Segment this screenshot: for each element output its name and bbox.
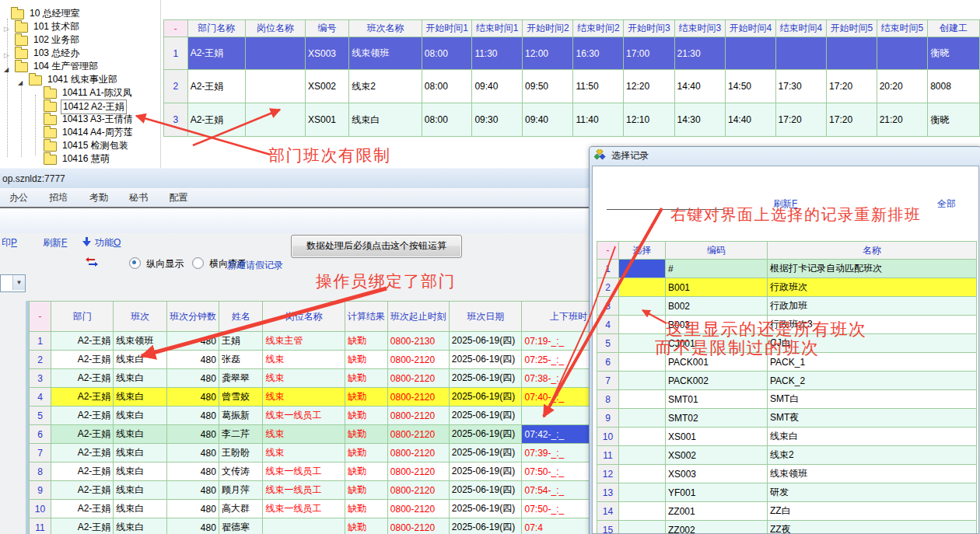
cell[interactable]: 07:42-_:_ [522, 425, 590, 444]
cell[interactable]: A2-王娟 [51, 388, 114, 407]
roster-row[interactable]: 1A2-王娟线束领班480王娟线束主管缺勤0800-21302025-06-19… [30, 332, 590, 351]
cell[interactable]: 480 [166, 425, 219, 444]
roster-row[interactable]: 8A2-王娟线束白480文传涛线束一线员工缺勤0800-21202025-06-… [30, 462, 590, 481]
name-cell[interactable]: SMT白 [768, 390, 977, 409]
cell[interactable]: 0800-2120 [387, 500, 449, 518]
name-cell[interactable]: 行政加班 [768, 297, 977, 316]
cell[interactable]: 07:39-_:_ [522, 444, 590, 462]
cell[interactable]: 线束白 [114, 425, 167, 444]
cell[interactable]: 2025-06-19(四) [449, 388, 522, 407]
cell[interactable]: 线束 [263, 388, 345, 407]
cell[interactable]: A2-王娟 [51, 351, 114, 369]
cell[interactable]: 0800-2120 [387, 388, 449, 407]
swap-orientation-icon[interactable] [86, 257, 98, 267]
shift-option-row[interactable]: 8 SMT01SMT白 [597, 390, 977, 409]
cell[interactable]: 480 [166, 481, 219, 500]
cell[interactable]: 21:20 [877, 103, 927, 137]
code-cell[interactable]: B002 [666, 297, 768, 316]
cell[interactable]: 07:25-_:_ [522, 351, 590, 369]
cell[interactable]: 缺勤 [345, 481, 387, 500]
popup-all-link[interactable]: 全部 [937, 197, 956, 211]
code-cell[interactable]: B001 [666, 278, 768, 297]
menu-config[interactable]: 配置 [159, 188, 197, 207]
cell[interactable]: 衡晓 [928, 37, 980, 70]
cell[interactable]: 线束白 [114, 518, 167, 534]
cell[interactable]: 线束 [263, 444, 345, 462]
select-cell[interactable] [619, 521, 666, 534]
cell[interactable]: 0800-2120 [387, 369, 449, 388]
code-cell[interactable]: # [666, 260, 768, 278]
cell[interactable]: A2-王娟 [51, 481, 114, 500]
table-row[interactable]: 3A2-王娟 XS001线束白08:0009:3009:4011:4012:10… [164, 103, 980, 137]
column-header[interactable]: 结束时间5 [877, 20, 927, 37]
cell[interactable]: 缺勤 [345, 518, 387, 534]
cell[interactable]: A2-王娟 [51, 369, 114, 388]
cell[interactable]: 20:20 [877, 70, 927, 103]
cell[interactable]: 480 [166, 351, 219, 369]
cell[interactable]: 缺勤 [345, 500, 387, 518]
cell[interactable]: 2025-06-19(四) [449, 518, 522, 534]
name-cell[interactable]: 根据打卡记录自动匹配班次 [768, 260, 977, 278]
cell[interactable]: 07:54-_:_ [522, 481, 590, 500]
name-cell[interactable]: 线束领班 [768, 465, 977, 483]
cell[interactable]: 2025-06-19(四) [449, 500, 522, 518]
cell[interactable]: 14:30 [674, 103, 725, 137]
cell[interactable]: 07:38-_:_ [522, 369, 590, 388]
cell[interactable]: 12:20 [624, 70, 674, 103]
cell[interactable] [522, 407, 590, 425]
name-cell[interactable]: ZZ白 [768, 502, 977, 521]
cell[interactable]: XS002 [305, 70, 348, 103]
cell[interactable]: 翟德寒 [219, 518, 263, 534]
tree-item[interactable]: 10414 A4-周芳莲 [0, 126, 160, 139]
print-link[interactable]: 印P [2, 236, 17, 250]
cell[interactable] [245, 70, 305, 103]
roster-row[interactable]: 6A2-王娟线束白480李二芹线束缺勤0800-21202025-06-19(四… [30, 425, 590, 444]
column-header[interactable]: 上下班时 [522, 302, 590, 332]
tree-item[interactable]: 102 业务部 [0, 33, 160, 47]
cell[interactable]: 07:4 [522, 518, 590, 534]
cell[interactable]: 0800-2120 [387, 518, 449, 534]
shift-option-row[interactable]: 12 XS003线束领班 [597, 465, 977, 483]
cell[interactable] [263, 518, 345, 534]
cell[interactable]: A2-王娟 [51, 407, 114, 425]
column-header[interactable]: 班次分钟数 [166, 302, 219, 332]
column-header[interactable]: 班次 [114, 302, 167, 332]
code-cell[interactable]: ZZ001 [666, 502, 768, 521]
cell[interactable] [827, 37, 877, 70]
column-header[interactable]: 结束时间1 [472, 20, 523, 37]
cell[interactable]: 480 [166, 518, 219, 534]
cell[interactable]: 07:19-_:_ [522, 332, 590, 351]
cell[interactable]: 08:00 [422, 37, 472, 70]
tree-item[interactable]: 10 总经理室 [0, 7, 160, 20]
name-cell[interactable]: ZZ夜 [768, 521, 977, 534]
select-cell[interactable] [619, 409, 666, 428]
cell[interactable]: A2-王娟 [51, 500, 114, 518]
tree-item[interactable]: 10413 A3-王倩倩 [0, 113, 160, 126]
cell[interactable]: A2-王娟 [51, 518, 114, 534]
column-header[interactable]: 开始时间1 [422, 20, 472, 37]
column-header[interactable]: 班次起止时刻 [387, 302, 449, 332]
code-cell[interactable]: XS003 [666, 465, 768, 483]
cell[interactable]: A2-王娟 [51, 462, 114, 481]
select-cell[interactable] [619, 372, 666, 390]
cell[interactable]: 0800-2120 [387, 351, 449, 369]
shift-option-row[interactable]: 11 XS002线束2 [597, 446, 977, 465]
cell[interactable]: 8008 [928, 70, 980, 103]
select-cell[interactable] [619, 278, 666, 297]
cell[interactable]: 2025-06-19(四) [449, 351, 522, 369]
filter-combobox[interactable]: ▼ [0, 274, 26, 292]
cell[interactable]: A2-王娟 [187, 70, 245, 103]
cell[interactable]: 21:30 [674, 37, 725, 70]
cell[interactable]: 线束2 [349, 70, 422, 103]
code-cell[interactable]: PACK002 [666, 372, 768, 390]
roster-row[interactable]: 11A2-王娟线束白480翟德寒 缺勤0800-21202025-06-19(四… [30, 518, 590, 534]
tree-item[interactable]: ◢1041 线束事业部 [0, 73, 160, 86]
cell[interactable]: 线束白 [114, 407, 167, 425]
cell[interactable]: 480 [166, 388, 219, 407]
cell[interactable]: A2-王娟 [51, 425, 114, 444]
cell[interactable]: 线束 [263, 351, 345, 369]
column-header[interactable]: 计算结果 [345, 302, 387, 332]
cell[interactable]: 缺勤 [345, 407, 387, 425]
shift-option-row[interactable]: 13 YF001研发 [597, 483, 977, 502]
column-header[interactable]: 编号 [305, 20, 348, 37]
